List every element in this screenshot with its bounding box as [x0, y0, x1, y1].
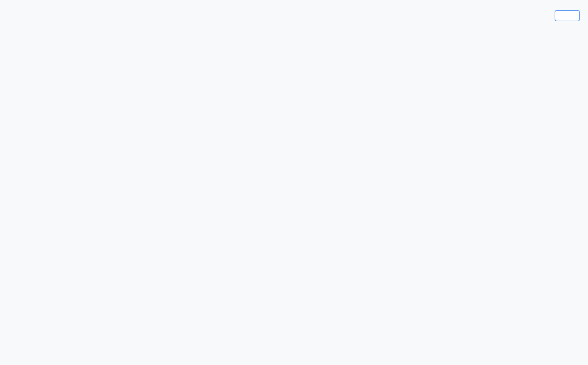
- view-all-button[interactable]: [555, 10, 580, 21]
- section-header: [8, 10, 580, 21]
